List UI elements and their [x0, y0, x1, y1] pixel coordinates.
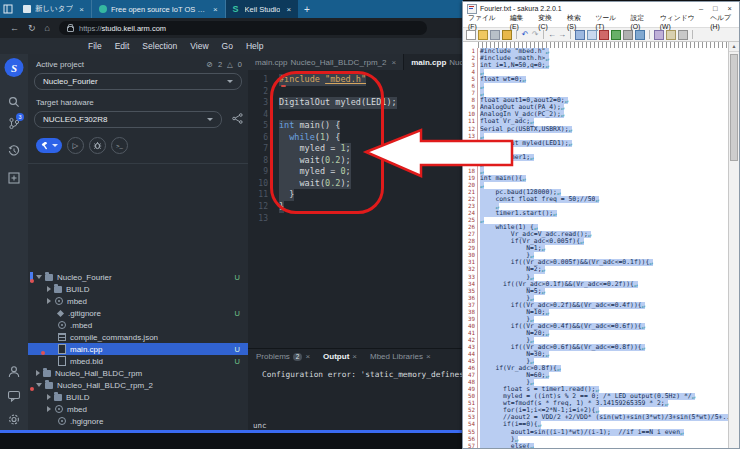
run-button[interactable]: ▷: [67, 137, 84, 154]
grep-icon[interactable]: [635, 30, 645, 40]
sakura-menu-item[interactable]: ヘルプ(H): [710, 13, 739, 30]
browser-tab[interactable]: Free open source IoT OS and de×: [92, 0, 226, 18]
search-icon[interactable]: [8, 94, 20, 112]
menu-item-file[interactable]: File: [88, 41, 102, 51]
tree-item[interactable]: Nucleo_Hall_BLDC_rpm: [28, 367, 248, 379]
close-icon[interactable]: ×: [305, 352, 310, 361]
menu-item-go[interactable]: Go: [222, 41, 233, 51]
close-icon[interactable]: ×: [352, 352, 357, 361]
feedback-icon[interactable]: [8, 388, 21, 406]
eol-mark: ↵: [545, 351, 549, 358]
tree-item[interactable]: mbed: [28, 403, 248, 415]
sakura-code-line[interactable]: 6↵: [463, 83, 729, 90]
bookmark-icon[interactable]: [599, 30, 609, 40]
terminal-button[interactable]: >_: [111, 137, 128, 154]
tree-item[interactable]: main.cppU: [28, 343, 248, 355]
panel-tab-mbed-libraries[interactable]: Mbed Libraries×: [370, 352, 431, 361]
save-icon[interactable]: [490, 30, 500, 40]
bookmark-clear-icon[interactable]: [623, 30, 633, 40]
sakura-menu-item[interactable]: 変換(C): [538, 13, 560, 30]
line-number: 45: [463, 358, 478, 365]
search-icon[interactable]: [575, 30, 585, 40]
browser-tab[interactable]: 新しいタブ×: [16, 0, 92, 18]
home-icon[interactable]: ⌂: [45, 23, 50, 33]
close-icon[interactable]: ×: [392, 58, 397, 67]
tree-item[interactable]: .hgignore: [28, 415, 248, 427]
back-icon[interactable]: ←: [10, 23, 19, 33]
build-button[interactable]: [36, 138, 62, 153]
sakura-menu-item[interactable]: 設定(O): [631, 13, 653, 30]
editor-tab[interactable]: main.cppNucleo_Fourier×: [404, 54, 463, 70]
history-icon[interactable]: [8, 143, 20, 161]
sakura-code-line[interactable]: 57 else{↵: [463, 443, 729, 448]
find-next-icon[interactable]: [587, 30, 597, 40]
new-icon[interactable]: [466, 30, 476, 40]
sakura-menu-item[interactable]: ファイル(F): [468, 13, 503, 30]
tree-item[interactable]: BUILD: [28, 391, 248, 403]
sakura-code-line[interactable]: 22 const float freq = 50;//50↵: [463, 196, 729, 203]
source-control-icon[interactable]: 3: [8, 116, 20, 134]
back-icon[interactable]: ←: [548, 31, 556, 39]
split-icon[interactable]: [666, 30, 676, 40]
tree-item[interactable]: compile_commands.json: [28, 331, 248, 343]
keil-logo-icon[interactable]: S: [5, 58, 24, 77]
open-icon[interactable]: [478, 30, 488, 40]
sakura-scrollbar[interactable]: ▲: [728, 42, 739, 448]
tree-item[interactable]: mbed: [28, 295, 248, 307]
new-tab-button[interactable]: +: [304, 4, 310, 15]
url-scheme: https://: [79, 24, 102, 33]
modified-dot: [30, 279, 34, 283]
line-number: 4: [463, 69, 478, 76]
redo-icon[interactable]: ↷: [531, 31, 539, 39]
close-icon[interactable]: ×: [286, 5, 291, 14]
tree-item[interactable]: BUILD: [28, 283, 248, 295]
tree-item-label: mbed: [67, 405, 87, 414]
close-icon[interactable]: ×: [79, 5, 84, 14]
tree-item[interactable]: .mbed: [28, 319, 248, 331]
tree-item[interactable]: Nucleo_Hall_BLDC_rpm_2: [28, 379, 248, 391]
settings-icon[interactable]: [678, 30, 688, 40]
sakura-menu-item[interactable]: 編集(E): [510, 13, 532, 30]
tree-item[interactable]: mbed.bldU: [28, 355, 248, 367]
sakura-menu-item[interactable]: 検索(S): [567, 13, 589, 30]
panel-tab-output[interactable]: Output×: [323, 352, 357, 361]
forward-icon[interactable]: →: [558, 31, 566, 39]
browser-tab[interactable]: SKeil Studio×: [226, 0, 299, 18]
line-number: 13: [248, 213, 279, 225]
sakura-code-line[interactable]: 24 timer1.start();↵: [463, 210, 729, 217]
scrollbar-thumb[interactable]: [730, 54, 738, 161]
address-bar[interactable]: https://studio.keil.arm.com: [59, 21, 427, 35]
menu-item-view[interactable]: View: [190, 41, 208, 51]
sakura-code-line[interactable]: 5float wt=0;↵: [463, 76, 729, 83]
panel-tab-problems[interactable]: Problems2×: [256, 352, 310, 361]
close-icon[interactable]: ×: [426, 352, 431, 361]
menu-item-edit[interactable]: Edit: [115, 41, 130, 51]
vertical-tabs-icon[interactable]: [0, 0, 16, 18]
tree-item[interactable]: Nucleo_FourierU: [28, 271, 248, 283]
sakura-text-area[interactable]: 1#include "mbed.h"↵2#include <math.h>↵3i…: [463, 48, 729, 448]
debug-button[interactable]: [89, 137, 106, 154]
new-project-icon[interactable]: [8, 170, 20, 188]
bookmark-next-icon[interactable]: [611, 30, 621, 40]
sakura-menu-item[interactable]: ウィンドウ(W): [660, 13, 703, 30]
outline-icon[interactable]: [654, 30, 664, 40]
settings-gear-icon[interactable]: [8, 412, 21, 430]
refresh-icon[interactable]: ↻: [28, 23, 36, 33]
tree-item[interactable]: .gitignoreU: [28, 307, 248, 319]
editor-tab[interactable]: main.cppNucleo_Hall_BLDC_rpm_2×: [248, 54, 404, 70]
menu-item-help[interactable]: Help: [246, 41, 263, 51]
undo-icon[interactable]: ↶: [521, 31, 529, 39]
scroll-up-icon[interactable]: ▲: [729, 42, 739, 52]
connect-device-icon[interactable]: [232, 113, 243, 126]
menu-item-selection[interactable]: Selection: [142, 41, 177, 51]
sakura-code-line[interactable]: 3int i=1,N=50,q=0;↵: [463, 62, 729, 69]
eol-mark: ↵: [522, 175, 526, 182]
sakura-menu-item[interactable]: ツール(T): [596, 13, 624, 30]
target-select[interactable]: NUCLEO-F302R8: [34, 111, 222, 128]
project-select[interactable]: Nucleo_Fourier: [34, 73, 242, 90]
code-line[interactable]: 13: [248, 213, 463, 225]
account-icon[interactable]: [8, 364, 21, 382]
line-number: 55: [463, 429, 478, 436]
save-all-icon[interactable]: [502, 30, 512, 40]
close-icon[interactable]: ×: [213, 5, 218, 14]
